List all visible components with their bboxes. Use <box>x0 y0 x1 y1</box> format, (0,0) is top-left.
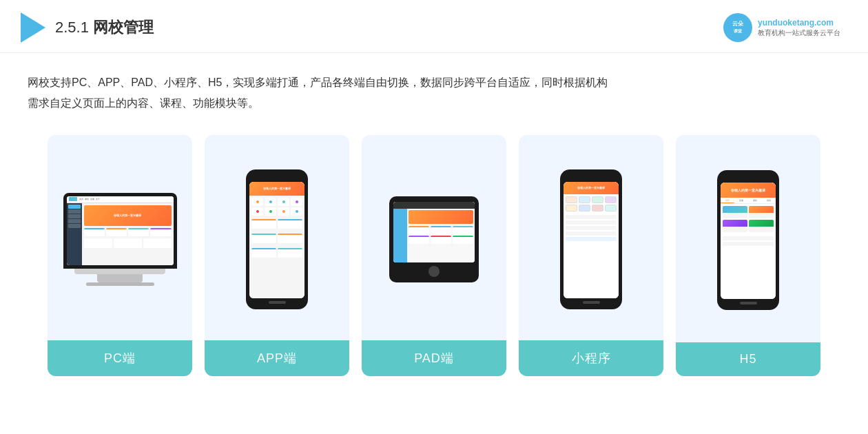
pc-base <box>74 269 165 274</box>
tablet-screen <box>393 202 475 263</box>
pc-screen-outer: 首页 课程 直播 关于 <box>63 193 177 269</box>
h5-phone-home <box>740 302 757 304</box>
svg-marker-0 <box>21 12 45 43</box>
app-phone-screen: 创领人的第一堂兴趣课 <box>249 182 304 298</box>
tablet-home-button <box>428 266 440 277</box>
page: 2.5.1 网校管理 云朵 课堂 yunduoketang.com 教育机构一站… <box>0 0 868 434</box>
phone-notch <box>267 175 287 179</box>
cards-section: 首页 课程 直播 关于 <box>0 121 868 390</box>
pc-screen-inner: 首页 课程 直播 关于 <box>67 196 174 265</box>
card-h5: 创领人的第一堂兴趣课 推荐 直播 课程 我的 <box>676 135 820 376</box>
card-pad-image <box>362 135 506 340</box>
card-app-label: APP端 <box>205 340 349 376</box>
card-pad: PAD端 <box>362 135 506 376</box>
pc-stand <box>97 274 143 282</box>
miniapp-phone-mockup: 创领人的第一堂兴趣课 <box>560 169 622 309</box>
card-miniapp-image: 创领人的第一堂兴趣课 <box>519 135 663 340</box>
description-section: 网校支持PC、APP、PAD、小程序、H5，实现多端打通，产品各终端自由切换，数… <box>0 53 868 121</box>
h5-phone-notch <box>738 176 758 180</box>
header-left: 2.5.1 网校管理 <box>21 12 154 43</box>
card-app: 创领人的第一堂兴趣课 <box>205 135 349 376</box>
brand-text: yunduoketang.com 教育机构一站式服务云平台 <box>758 17 840 39</box>
card-miniapp: 创领人的第一堂兴趣课 <box>519 135 663 376</box>
tablet-mockup <box>389 196 479 283</box>
brand-icon: 云朵 课堂 <box>723 13 752 42</box>
h5-phone-screen: 创领人的第一堂兴趣课 推荐 直播 课程 我的 <box>721 183 776 299</box>
phone-home-indicator <box>269 301 286 304</box>
pc-mockup: 首页 课程 直播 关于 <box>63 193 177 286</box>
description-line1: 网校支持PC、APP、PAD、小程序、H5，实现多端打通，产品各终端自由切换，数… <box>28 72 840 93</box>
card-pc: 首页 课程 直播 关于 <box>48 135 192 376</box>
page-title: 2.5.1 网校管理 <box>55 17 154 38</box>
miniapp-phone-home <box>583 301 600 304</box>
card-pc-image: 首页 课程 直播 关于 <box>48 135 192 340</box>
card-h5-image: 创领人的第一堂兴趣课 推荐 直播 课程 我的 <box>676 135 820 342</box>
miniapp-phone-notch <box>581 175 601 179</box>
header: 2.5.1 网校管理 云朵 课堂 yunduoketang.com 教育机构一站… <box>0 0 868 53</box>
card-app-image: 创领人的第一堂兴趣课 <box>205 135 349 340</box>
svg-point-1 <box>725 14 751 41</box>
h5-phone-mockup: 创领人的第一堂兴趣课 推荐 直播 课程 我的 <box>717 170 779 310</box>
miniapp-phone-screen: 创领人的第一堂兴趣课 <box>564 182 619 298</box>
svg-text:课堂: 课堂 <box>734 28 743 33</box>
brand-logo: 云朵 课堂 yunduoketang.com 教育机构一站式服务云平台 <box>723 13 840 42</box>
card-pad-label: PAD端 <box>362 340 506 376</box>
description-line2: 需求自定义页面上的内容、课程、功能模块等。 <box>28 93 840 114</box>
app-phone-mockup: 创领人的第一堂兴趣课 <box>246 169 308 309</box>
logo-icon <box>21 12 45 43</box>
svg-text:云朵: 云朵 <box>732 21 744 27</box>
card-h5-label: H5 <box>676 342 820 376</box>
card-pc-label: PC端 <box>48 340 192 376</box>
card-miniapp-label: 小程序 <box>519 340 663 376</box>
pc-foot <box>86 282 154 286</box>
